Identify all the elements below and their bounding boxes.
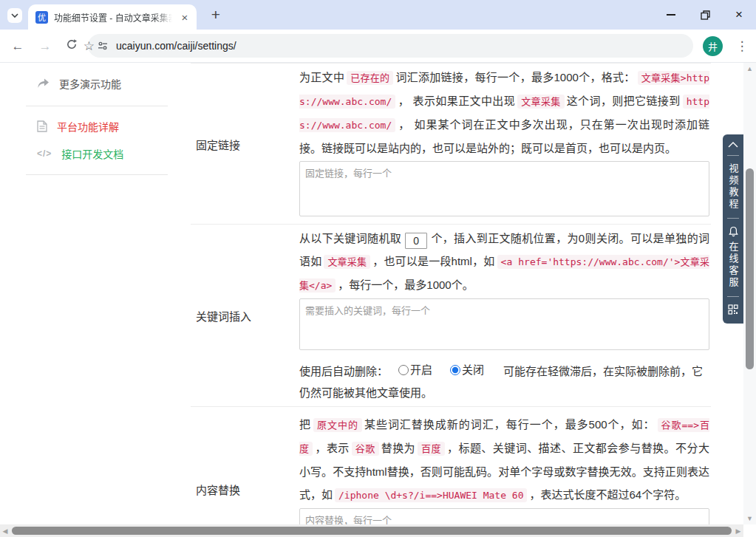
radio-option-on[interactable]: 开启 <box>398 359 432 380</box>
url-text[interactable]: ucaiyun.com/caiji/settings/ <box>116 40 236 52</box>
radio-off-input[interactable] <box>450 365 460 375</box>
highlight-code: 百度 <box>418 442 445 456</box>
keyword-insert-textarea[interactable] <box>299 298 709 350</box>
restore-button[interactable] <box>688 0 722 30</box>
reload-button[interactable] <box>64 38 80 55</box>
sidebar-divider <box>26 106 168 106</box>
quick-toolbar: 视频教程 在线客服 <box>723 134 743 324</box>
horizontal-scrollbar[interactable]: ◀ ▶ <box>0 524 743 537</box>
sidebar: 更多演示功能 平台功能详解 </> 接口开发文档 <box>22 63 170 175</box>
highlight-code: 文章采集 <box>517 95 565 109</box>
keyword-insert-row: 关键词插入 从以下关键词随机取个，插入到正文随机位置，为0则关闭。可以是单独的词… <box>191 225 711 407</box>
browser-menu-icon[interactable]: ⋮ <box>735 37 749 55</box>
highlight-code: /iphone \d+s?/i==>HUAWEI Mate 60 <box>335 488 527 502</box>
content-replace-label: 内容替换 <box>196 482 240 497</box>
radio-option-off[interactable]: 关闭 <box>450 359 484 380</box>
toolbar-divider <box>727 155 739 156</box>
toolbar-divider <box>727 218 739 219</box>
sidebar-item-platform-docs[interactable]: 平台功能详解 <box>22 115 170 137</box>
site-settings-icon[interactable] <box>97 40 109 52</box>
horizontal-scrollbar-thumb[interactable] <box>12 527 732 535</box>
auto-delete-setting: 使用后自动删除：开启关闭可能存在轻微滞后，在实际被删除前，它仍然可能被其他文章使… <box>299 359 709 403</box>
settings-form: 固定链接 为正文中已存在的词汇添加链接，每行一个，最多1000个，格式：文章采集… <box>191 63 711 537</box>
close-icon: × <box>735 7 743 22</box>
sidebar-item-more-demos[interactable]: 更多演示功能 <box>22 72 170 95</box>
scroll-down-arrow-icon[interactable]: ▼ <box>743 515 756 522</box>
tab-title: 功能细节设置 - 自动文章采集器 <box>54 11 172 24</box>
reload-icon <box>66 38 78 50</box>
share-arrow-icon <box>37 78 50 89</box>
tab-close-icon[interactable]: × <box>179 12 191 23</box>
tab-search-button[interactable] <box>7 8 22 23</box>
highlight-code: 原文中的 <box>313 418 362 432</box>
sidebar-item-label: 更多演示功能 <box>59 76 121 91</box>
close-window-button[interactable]: × <box>722 0 756 30</box>
qr-code-button[interactable] <box>728 304 738 315</box>
site-favicon: 优 <box>35 11 48 24</box>
scroll-left-arrow-icon[interactable]: ◀ <box>0 527 10 535</box>
highlight-code: 文章采集 <box>324 255 370 269</box>
keyword-insert-label: 关键词插入 <box>196 307 251 323</box>
content-replace-row: 内容替换 把原文中的某些词汇替换成新的词汇，每行一个，最多500个，如：谷歌==… <box>191 407 711 537</box>
tab-strip: 优 功能细节设置 - 自动文章采集器 × + × <box>0 0 756 30</box>
qr-code-icon <box>728 304 738 315</box>
vertical-scrollbar[interactable]: ▲ ▼ <box>743 63 756 524</box>
fixed-links-row: 固定链接 为正文中已存在的词汇添加链接，每行一个，最多1000个，格式：文章采集… <box>191 63 711 225</box>
bookmark-star-icon[interactable]: ☆ <box>84 38 95 54</box>
sidebar-item-api-docs[interactable]: </> 接口开发文档 <box>22 143 170 165</box>
scroll-right-arrow-icon[interactable]: ▶ <box>733 527 743 535</box>
fixed-links-label: 固定链接 <box>196 136 240 151</box>
sidebar-item-label: 接口开发文档 <box>61 146 123 161</box>
back-button[interactable]: ← <box>10 38 26 55</box>
fixed-links-textarea[interactable] <box>299 161 709 216</box>
fixed-links-description: 为正文中已存在的词汇添加链接，每行一个，最多1000个，格式：文章采集>http… <box>299 66 709 160</box>
radio-on-label: 开启 <box>410 359 432 380</box>
minimize-button[interactable] <box>654 0 688 30</box>
chevron-up-icon <box>728 142 738 148</box>
browser-tab[interactable]: 优 功能细节设置 - 自动文章采集器 × <box>28 4 197 30</box>
new-tab-button[interactable]: + <box>207 6 225 24</box>
toolbar-divider <box>727 296 739 297</box>
highlight-code: 已存在的 <box>347 71 393 85</box>
scroll-up-arrow-icon[interactable]: ▲ <box>743 65 756 72</box>
chevron-down-icon <box>11 13 18 18</box>
sidebar-divider <box>26 174 168 175</box>
restore-icon <box>701 10 710 20</box>
forward-button[interactable]: → <box>37 38 53 55</box>
radio-off-label: 关闭 <box>462 359 484 380</box>
online-service-button[interactable]: 在线客服 <box>729 242 738 289</box>
content-replace-description: 把原文中的某些词汇替换成新的词汇，每行一个，最多500个，如：谷歌==>百度，表… <box>299 413 709 507</box>
radio-on-input[interactable] <box>398 365 409 375</box>
back-to-top-button[interactable] <box>728 142 738 148</box>
keyword-insert-description: 从以下关键词随机取个，插入到正文随机位置，为0则关闭。可以是单独的词语如文章采集… <box>299 227 709 297</box>
document-icon <box>37 120 47 132</box>
address-bar[interactable]: ucaiyun.com/caiji/settings/ <box>88 34 693 58</box>
highlight-code: 谷歌 <box>352 442 379 456</box>
browser-window: 优 功能细节设置 - 自动文章采集器 × + × ← → ucaiyun.com… <box>0 0 756 537</box>
bell-icon[interactable] <box>728 226 739 237</box>
video-tutorial-button[interactable]: 视频教程 <box>729 163 738 211</box>
vertical-scrollbar-thumb[interactable] <box>746 168 754 369</box>
sidebar-item-label: 平台功能详解 <box>57 119 119 134</box>
minimize-icon <box>667 14 675 16</box>
window-controls: × <box>654 0 756 30</box>
auto-delete-label: 使用后自动删除： <box>299 365 388 377</box>
code-icon: </> <box>37 148 52 159</box>
profile-avatar[interactable]: 井 <box>703 36 723 56</box>
keyword-count-input[interactable] <box>405 233 427 249</box>
